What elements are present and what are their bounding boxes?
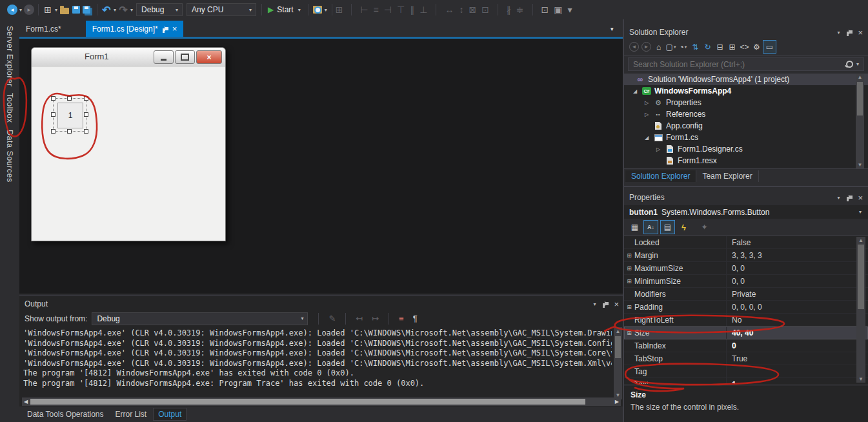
object-selector-combobox[interactable]: button1 System.Windows.Forms.Button ▾ — [624, 205, 868, 219]
bottom-tab-data-tools-operations[interactable]: Data Tools Operations — [23, 408, 108, 420]
toolbar-separator[interactable] — [318, 313, 319, 325]
redo-dropdown-icon[interactable]: ▾ — [130, 7, 133, 13]
previous-message-icon[interactable]: ↤ — [356, 314, 363, 323]
sidebar-tab-data-sources[interactable]: Data Sources — [5, 130, 14, 183]
toolbar-separator[interactable] — [436, 4, 436, 15]
grid-scrollbar[interactable]: ▲ ▼ — [856, 237, 865, 383]
tree-item[interactable]: App.config — [624, 120, 868, 132]
find-dropdown-icon[interactable]: ▾ — [325, 7, 327, 13]
bring-to-front-icon[interactable]: ⊡ — [541, 5, 549, 15]
forward-icon[interactable]: ► — [641, 42, 651, 52]
resize-handle[interactable] — [51, 112, 56, 117]
tab-form1-design[interactable]: Form1.cs [Design]* × — [86, 21, 184, 37]
send-to-back-icon[interactable]: ▣ — [554, 5, 562, 15]
make-same-width-icon[interactable]: ↔ — [445, 5, 454, 15]
align-lefts-icon[interactable]: ⊢ — [360, 5, 368, 15]
sidebar-tab-server-explorer[interactable]: Server Explorer — [5, 26, 14, 86]
find-in-files-button[interactable] — [312, 3, 323, 17]
align-tops-icon[interactable]: ⊤ — [397, 5, 405, 15]
close-icon[interactable]: × — [858, 28, 863, 37]
make-same-size-icon[interactable]: ⊠ — [469, 5, 476, 15]
pin-icon[interactable] — [162, 26, 168, 32]
expand-icon[interactable]: ⊞ — [624, 330, 634, 336]
resize-handle[interactable] — [51, 129, 56, 134]
toolbar-separator[interactable] — [351, 4, 352, 15]
property-row[interactable]: ⊞MinimumSize 0, 0 — [624, 275, 868, 288]
expand-icon[interactable]: ⊞ — [624, 278, 634, 285]
events-icon[interactable]: ϟ — [677, 221, 691, 234]
tree-item[interactable]: ◢ WindowsFormsApp4 — [624, 85, 868, 97]
back-icon[interactable]: ◄ — [629, 42, 639, 52]
designer-surface[interactable]: Form1 × 1 — [19, 39, 623, 294]
show-all-files-icon[interactable]: ⊞ — [726, 41, 738, 53]
property-row[interactable]: ⊞Margin 3, 3, 3, 3 — [624, 249, 868, 262]
size-to-grid-icon[interactable]: ⊡ — [481, 5, 489, 15]
save-button[interactable] — [70, 3, 82, 17]
tree-item[interactable]: Form1.resx — [624, 155, 868, 166]
expand-icon[interactable]: ⊞ — [624, 252, 634, 259]
properties-view-icon[interactable]: ▤ — [660, 220, 675, 234]
output-log[interactable]: 'WindowsFormsApp4.exe' (CLR v4.0.30319: … — [23, 328, 612, 398]
platform-combobox[interactable]: Any CPU ▾ — [187, 3, 256, 16]
toolbar-separator[interactable] — [345, 313, 346, 325]
property-row[interactable]: TabStop True — [624, 352, 868, 365]
tree-item[interactable]: ▷ Form1.Designer.cs — [624, 143, 868, 155]
alphabetical-icon[interactable]: A↓ — [643, 220, 658, 234]
close-button[interactable]: × — [196, 50, 222, 64]
close-icon[interactable]: × — [172, 25, 177, 33]
tree-scrollbar[interactable]: ▲ ▼ — [856, 74, 864, 168]
word-wrap-icon[interactable]: ¶ — [413, 314, 418, 323]
minimize-button[interactable] — [154, 50, 174, 64]
sync-with-active-document-icon[interactable]: ⇅ — [689, 41, 701, 53]
align-bottoms-icon[interactable]: ⊥ — [419, 5, 427, 15]
tab-solution-explorer[interactable]: Solution Explorer — [625, 170, 696, 182]
design-form-window[interactable]: Form1 × 1 — [31, 47, 226, 241]
button1-control[interactable]: 1 — [57, 103, 83, 128]
bottom-tab-error-list[interactable]: Error List — [111, 408, 152, 420]
expander-icon[interactable]: ▷ — [656, 146, 665, 152]
resize-handle[interactable] — [84, 112, 88, 117]
expander-icon[interactable]: ◢ — [633, 88, 641, 94]
toolbar-separator[interactable] — [498, 4, 498, 15]
close-icon[interactable]: × — [858, 194, 863, 202]
align-middles-icon[interactable]: ∥ — [410, 5, 414, 15]
tree-item[interactable]: ◢ Form1.cs — [624, 132, 868, 143]
undo-button[interactable]: ↶ — [101, 3, 112, 17]
tree-item[interactable]: ▷ Properties — [624, 97, 868, 108]
solution-explorer-search[interactable]: ▾ — [628, 57, 864, 71]
switch-views-icon[interactable]: ▢ — [665, 41, 677, 53]
property-row[interactable]: Modifiers Private — [624, 288, 868, 301]
horizontal-spacing-icon[interactable]: ∦ — [507, 5, 511, 15]
close-icon[interactable]: × — [614, 300, 619, 308]
tab-team-explorer[interactable]: Team Explorer — [696, 170, 758, 182]
bottom-tab-output[interactable]: Output — [154, 408, 186, 420]
clear-all-icon[interactable]: ≡ — [399, 314, 404, 323]
collapse-all-icon[interactable]: ⊟ — [714, 41, 726, 53]
property-row[interactable]: Tag — [624, 365, 868, 378]
resize-handle[interactable] — [67, 96, 72, 101]
form-canvas[interactable]: 1 — [32, 66, 225, 241]
output-horizontal-scrollbar[interactable]: ◀ ▶ — [22, 397, 621, 406]
resize-handle[interactable] — [67, 129, 72, 134]
property-row[interactable]: ⊞MaximumSize 0, 0 — [624, 262, 868, 275]
save-all-button[interactable] — [82, 3, 94, 17]
property-pages-icon[interactable]: ✦ — [698, 221, 711, 234]
search-input[interactable] — [632, 59, 846, 70]
window-position-dropdown-icon[interactable]: ▾ — [837, 195, 840, 201]
align-centers-icon[interactable]: ≡ — [374, 5, 379, 15]
tab-form1-cs[interactable]: Form1.cs* — [19, 21, 68, 37]
property-row[interactable]: Locked False — [624, 236, 868, 249]
toolbar-overflow-icon[interactable]: ▾ — [568, 5, 572, 15]
property-row[interactable]: RightToLeft No — [624, 314, 868, 327]
properties-icon[interactable]: ⚙ — [751, 41, 763, 53]
new-project-button[interactable]: ⊞ — [42, 3, 54, 17]
new-project-dropdown-icon[interactable]: ▾ — [55, 7, 57, 13]
pin-icon[interactable] — [602, 301, 609, 306]
undo-dropdown-icon[interactable]: ▾ — [114, 7, 116, 13]
refresh-icon[interactable]: ↻ — [701, 41, 714, 53]
tree-item[interactable]: ▷ References — [624, 108, 868, 120]
align-to-grid-icon[interactable]: ⊞ — [336, 5, 343, 15]
pending-changes-filter-icon[interactable]: ◔ — [677, 41, 689, 53]
redo-button[interactable]: ↷ — [117, 3, 129, 17]
expand-icon[interactable]: ⊞ — [624, 304, 634, 310]
